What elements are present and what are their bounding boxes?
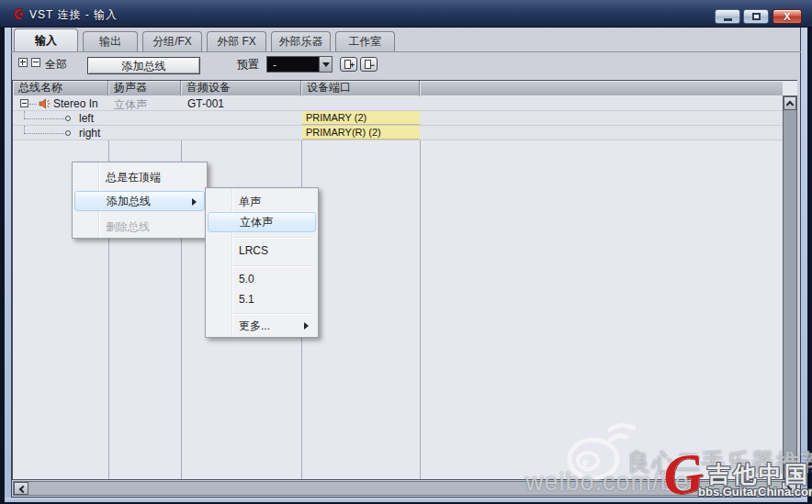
bus-name: Stereo In bbox=[53, 97, 98, 110]
store-preset-button[interactable]: + bbox=[340, 57, 357, 72]
maximize-icon bbox=[752, 13, 761, 20]
menu-item-label: 更多... bbox=[239, 317, 270, 335]
menu-item-label: 删除总线 bbox=[106, 217, 150, 237]
horizontal-scrollbar[interactable] bbox=[13, 481, 797, 496]
add-bus-button-label: 添加总线 bbox=[122, 60, 166, 73]
menu-separator bbox=[233, 237, 312, 238]
remove-preset-button[interactable]: − bbox=[360, 57, 378, 72]
chevron-right-icon bbox=[784, 486, 792, 493]
channel-node-icon bbox=[65, 130, 71, 136]
scroll-right-button[interactable] bbox=[782, 482, 796, 495]
app-icon bbox=[12, 7, 26, 21]
submenu-arrow-icon bbox=[304, 322, 309, 330]
device-port-value[interactable]: PRIMARY (2) bbox=[302, 111, 420, 125]
menu-item-5-0[interactable]: 5.0 bbox=[208, 270, 316, 288]
menu-item-always-on-top[interactable]: 总是在顶端 bbox=[74, 167, 205, 187]
menu-item-label: 立体声 bbox=[240, 213, 273, 231]
column-header-empty bbox=[420, 81, 783, 95]
menu-item-more[interactable]: 更多... bbox=[208, 317, 316, 335]
grid-line bbox=[181, 95, 182, 479]
device-port-value[interactable]: PRIMARY(R) (2) bbox=[302, 126, 420, 140]
preset-dropdown[interactable]: - bbox=[266, 56, 333, 73]
close-button[interactable]: X bbox=[773, 9, 802, 24]
expand-all-icon[interactable] bbox=[18, 58, 28, 67]
collapse-all-icon[interactable] bbox=[31, 58, 40, 67]
column-header-device-port[interactable]: 设备端口 bbox=[301, 81, 420, 95]
close-icon: X bbox=[784, 11, 790, 22]
audio-device-value: GT-001 bbox=[187, 97, 224, 110]
column-header-speakers[interactable]: 扬声器 bbox=[108, 81, 181, 95]
menu-item-label: 总是在顶端 bbox=[106, 167, 161, 187]
chevron-down-icon bbox=[786, 466, 794, 474]
dropdown-arrow-button[interactable] bbox=[319, 57, 332, 72]
tree-connector bbox=[29, 104, 37, 105]
tab-strip-divider bbox=[11, 51, 801, 52]
add-bus-submenu: 单声 立体声 LRCS 5.0 5.1 更多... bbox=[205, 187, 319, 338]
menu-item-stereo[interactable]: 立体声 bbox=[208, 212, 316, 232]
scroll-down-button[interactable] bbox=[784, 465, 796, 478]
frame-left-strip bbox=[5, 28, 11, 498]
column-header-audio-device[interactable]: 音频设备 bbox=[181, 81, 301, 95]
minimize-button[interactable] bbox=[715, 9, 740, 24]
tree-collapse-icon[interactable] bbox=[20, 99, 28, 107]
vertical-scrollbar[interactable] bbox=[783, 95, 797, 479]
scroll-left-button[interactable] bbox=[14, 482, 28, 495]
tab-label: 分组/FX bbox=[152, 35, 192, 48]
context-menu: 总是在顶端 添加总线 删除总线 bbox=[72, 162, 208, 239]
scroll-up-button[interactable] bbox=[784, 96, 796, 110]
window-title: VST 连接 - 输入 bbox=[29, 7, 118, 23]
column-header-bus-name[interactable]: 总线名称 bbox=[13, 81, 108, 95]
title-bar: VST 连接 - 输入 X bbox=[0, 0, 812, 28]
channel-name: right bbox=[79, 127, 100, 140]
chevron-up-icon bbox=[786, 101, 794, 108]
table-row-stereo-in[interactable]: Stereo In 立体声 GT-001 bbox=[13, 96, 783, 111]
frame-bottom-strip bbox=[5, 498, 807, 502]
table-row-right[interactable]: right PRIMARY(R) (2) bbox=[13, 126, 783, 140]
grid-line bbox=[420, 95, 421, 479]
menu-item-remove-bus[interactable]: 删除总线 bbox=[74, 217, 205, 237]
minimize-icon bbox=[724, 18, 732, 21]
preset-label: 预置 bbox=[237, 57, 259, 73]
tab-label: 工作室 bbox=[349, 35, 382, 48]
tab-group-fx[interactable]: 分组/FX bbox=[142, 31, 202, 51]
menu-item-label: LRCS bbox=[239, 241, 268, 261]
menu-item-label: 添加总线 bbox=[107, 192, 151, 210]
tab-label: 外部乐器 bbox=[279, 35, 323, 48]
grid-line bbox=[108, 95, 109, 479]
menu-item-5-1[interactable]: 5.1 bbox=[208, 290, 316, 308]
menu-item-lrcs[interactable]: LRCS bbox=[208, 241, 316, 261]
screenshot-root: VST 连接 - 输入 X 输入 输出 分组/FX 外部 FX 外部乐器 工作室… bbox=[0, 0, 812, 504]
menu-item-add-bus[interactable]: 添加总线 bbox=[74, 191, 205, 211]
frame-right-strip bbox=[801, 28, 807, 498]
menu-item-mono[interactable]: 单声 bbox=[208, 192, 316, 212]
tab-label: 输出 bbox=[99, 35, 121, 48]
tab-label: 外部 FX bbox=[217, 35, 256, 48]
preset-value: - bbox=[273, 59, 276, 72]
menu-item-label: 单声 bbox=[239, 192, 261, 212]
tab-inputs[interactable]: 输入 bbox=[14, 28, 78, 51]
tree-connector bbox=[24, 126, 25, 133]
chevron-left-icon bbox=[19, 486, 27, 493]
tree-connector bbox=[24, 133, 64, 134]
menu-item-label: 5.1 bbox=[239, 290, 254, 308]
speaker-icon bbox=[39, 98, 51, 109]
channel-node-icon bbox=[65, 116, 71, 121]
tab-label: 输入 bbox=[35, 34, 57, 47]
bus-table: 总线名称 扬声器 音频设备 设备端口 Stereo In 立体声 GT-001 bbox=[12, 80, 797, 480]
tab-external-instruments[interactable]: 外部乐器 bbox=[271, 31, 331, 51]
tree-connector bbox=[24, 118, 64, 119]
submenu-arrow-icon bbox=[192, 198, 197, 206]
table-row-left[interactable]: left PRIMARY (2) bbox=[13, 111, 783, 126]
menu-separator bbox=[233, 313, 312, 314]
tab-external-fx[interactable]: 外部 FX bbox=[207, 31, 266, 51]
tab-outputs[interactable]: 输出 bbox=[83, 31, 138, 51]
channel-name: left bbox=[79, 112, 94, 125]
maximize-button[interactable] bbox=[743, 9, 769, 24]
all-label: 全部 bbox=[45, 57, 67, 73]
add-bus-button[interactable]: 添加总线 bbox=[87, 57, 200, 74]
tab-studio[interactable]: 工作室 bbox=[335, 31, 395, 51]
chevron-down-icon bbox=[322, 62, 330, 67]
menu-item-label: 5.0 bbox=[239, 270, 254, 288]
tree-connector bbox=[24, 111, 25, 118]
menu-separator bbox=[233, 265, 312, 266]
